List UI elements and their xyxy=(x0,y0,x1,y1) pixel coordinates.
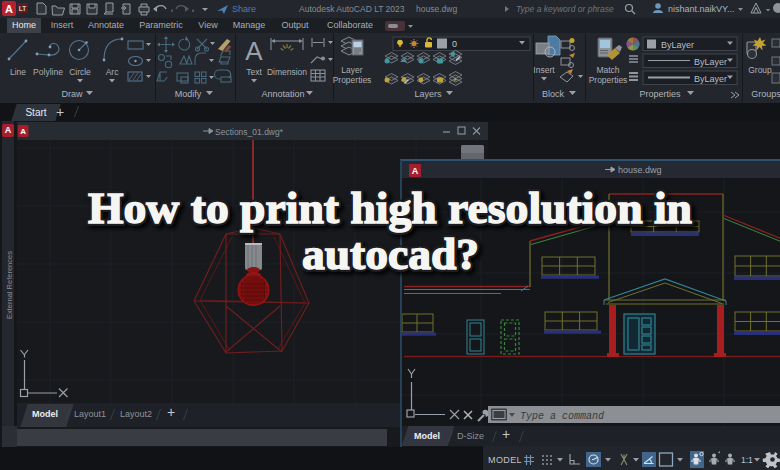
svg-text:Draw: Draw xyxy=(61,89,83,99)
svg-text:Share: Share xyxy=(232,4,256,14)
svg-text:Layers: Layers xyxy=(414,89,442,99)
svg-text:MODEL: MODEL xyxy=(488,455,522,465)
svg-text:Dimension: Dimension xyxy=(267,67,307,77)
svg-text:Insert: Insert xyxy=(533,65,555,75)
svg-text:Type a command: Type a command xyxy=(520,411,604,422)
svg-text:Modify: Modify xyxy=(175,89,202,99)
svg-text:Autodesk AutoCAD LT 2023: Autodesk AutoCAD LT 2023 xyxy=(299,4,405,14)
svg-text:Annotation: Annotation xyxy=(261,89,304,99)
svg-text:house.dwg: house.dwg xyxy=(416,4,457,14)
svg-text:nishant.naikVY...: nishant.naikVY... xyxy=(668,4,734,14)
svg-text:ByLayer: ByLayer xyxy=(661,40,694,50)
svg-text:Circle: Circle xyxy=(69,67,91,77)
svg-text:Group: Group xyxy=(748,65,772,75)
svg-text:Line: Line xyxy=(10,67,26,77)
svg-text:Sections_01.dwg*: Sections_01.dwg* xyxy=(215,127,284,137)
svg-text:Type a keyword or phrase: Type a keyword or phrase xyxy=(516,4,614,14)
svg-text:Properties: Properties xyxy=(589,75,628,85)
svg-text:How to print high resolution i: How to print high resolution in xyxy=(88,183,692,233)
svg-text:ByLayer: ByLayer xyxy=(694,57,727,67)
svg-text:Block: Block xyxy=(542,89,565,99)
svg-text:A: A xyxy=(20,127,26,136)
svg-text:Layer: Layer xyxy=(341,65,362,75)
svg-text:A: A xyxy=(5,3,13,15)
svg-text:Arc: Arc xyxy=(106,67,120,77)
svg-text:Properties: Properties xyxy=(333,75,372,85)
svg-text:A: A xyxy=(245,36,263,66)
svg-text:autocad?: autocad? xyxy=(302,229,479,279)
svg-text:Properties: Properties xyxy=(639,89,681,99)
svg-text:ByLayer: ByLayer xyxy=(694,74,727,84)
svg-text:Text: Text xyxy=(246,67,262,77)
svg-text:1:1: 1:1 xyxy=(741,455,753,465)
svg-text:Groups: Groups xyxy=(751,89,780,99)
svg-text:Match: Match xyxy=(596,65,619,75)
svg-text:Polyline: Polyline xyxy=(33,67,63,77)
svg-text:0: 0 xyxy=(452,39,457,49)
svg-text:LT: LT xyxy=(19,5,26,12)
